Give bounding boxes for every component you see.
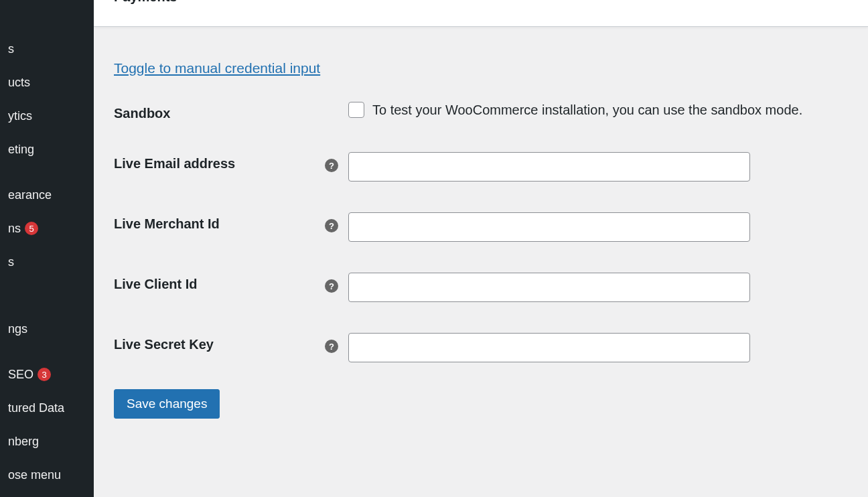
sidebar-item-settings[interactable]: ngs — [0, 312, 94, 346]
sidebar-item-label: tured Data — [8, 401, 64, 415]
sidebar-item-label: SEO — [8, 368, 33, 382]
sidebar-item-collapse-menu[interactable]: ose menu — [0, 458, 94, 492]
sidebar-item-structured-data[interactable]: tured Data — [0, 391, 94, 425]
row-live-client: Live Client Id ? — [114, 273, 848, 302]
sidebar-item-products[interactable]: ucts — [0, 66, 94, 99]
label-live-email: Live Email address — [114, 152, 325, 171]
sidebar-item-label: ucts — [8, 76, 30, 90]
sidebar-item-users[interactable]: s — [0, 245, 94, 279]
label-live-client: Live Client Id — [114, 273, 325, 292]
sidebar-item-seo[interactable]: SEO 3 — [0, 358, 94, 391]
live-secret-input[interactable] — [348, 333, 750, 362]
update-badge: 5 — [25, 222, 38, 235]
toggle-credential-link[interactable]: Toggle to manual credential input — [114, 60, 320, 76]
main-content: Payments Toggle to manual credential inp… — [94, 0, 868, 497]
sidebar-item-marketing[interactable]: eting — [0, 133, 94, 166]
row-live-secret: Live Secret Key ? — [114, 333, 848, 362]
live-email-input[interactable] — [348, 152, 750, 182]
live-merchant-input[interactable] — [348, 212, 750, 242]
sidebar-item-label: eting — [8, 143, 34, 157]
sandbox-description: To test your WooCommerce installation, y… — [372, 102, 802, 118]
help-icon[interactable]: ? — [325, 279, 338, 293]
help-icon[interactable]: ? — [325, 159, 338, 172]
help-icon[interactable]: ? — [325, 340, 338, 353]
admin-sidebar: s ucts ytics eting earance ns 5 s ngs SE… — [0, 0, 94, 497]
label-live-merchant: Live Merchant Id — [114, 212, 325, 232]
sidebar-item-label: earance — [8, 188, 52, 202]
sidebar-item-label: ngs — [8, 322, 27, 336]
sidebar-item-label: s — [8, 255, 14, 269]
sidebar-item-label: nberg — [8, 435, 39, 449]
sidebar-item-appearance[interactable]: earance — [0, 178, 94, 212]
sidebar-item-label: ose menu — [8, 468, 61, 482]
page-header: Payments — [94, 0, 868, 27]
sidebar-item-analytics[interactable]: ytics — [0, 99, 94, 133]
sandbox-checkbox[interactable] — [348, 102, 364, 118]
tab-payments[interactable]: Payments — [114, 0, 177, 15]
sidebar-item-label: s — [8, 42, 14, 56]
label-live-secret: Live Secret Key — [114, 333, 325, 352]
help-icon[interactable]: ? — [325, 219, 338, 232]
sidebar-item-label: ytics — [8, 109, 32, 123]
row-live-merchant: Live Merchant Id ? — [114, 212, 848, 242]
label-sandbox: Sandbox — [114, 102, 325, 121]
save-changes-button[interactable]: Save changes — [114, 389, 220, 419]
sidebar-item[interactable]: s — [0, 32, 94, 66]
row-sandbox: Sandbox To test your WooCommerce install… — [114, 102, 848, 121]
sidebar-item-label: ns — [8, 222, 21, 236]
update-badge: 3 — [38, 368, 51, 381]
settings-form: Toggle to manual credential input Sandbo… — [94, 27, 868, 439]
sidebar-item-plugins[interactable]: ns 5 — [0, 212, 94, 245]
sidebar-item-tools[interactable] — [0, 279, 94, 312]
live-client-input[interactable] — [348, 273, 750, 302]
row-live-email: Live Email address ? — [114, 152, 848, 182]
sidebar-item-gutenberg[interactable]: nberg — [0, 425, 94, 458]
